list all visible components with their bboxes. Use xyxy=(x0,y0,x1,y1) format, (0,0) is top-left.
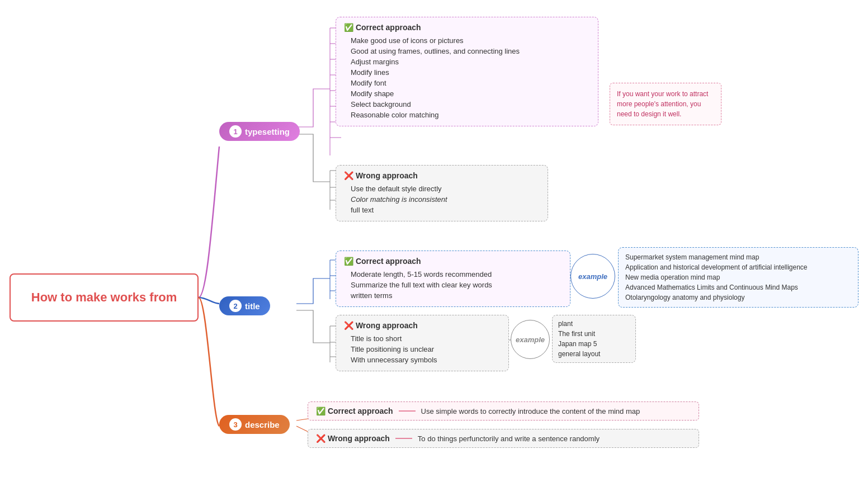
example-label: example xyxy=(578,272,607,281)
typesetting-wrong-list: Use the default style directly Color mat… xyxy=(344,183,540,215)
central-node: How to make works from xyxy=(10,273,199,322)
branch-title-badge: 2 title xyxy=(219,296,270,315)
title-wrong-list: Title is too short Title positioning is … xyxy=(344,333,501,365)
badge-label-3: describe xyxy=(245,420,280,429)
title-wrong-example-list: plant The first unit Japan map 5 general… xyxy=(558,319,630,359)
list-item: New media operation mind map xyxy=(625,272,851,282)
title-wrong-example-box: plant The first unit Japan map 5 general… xyxy=(552,315,636,363)
list-item: Moderate length, 5-15 words recommended xyxy=(351,269,562,280)
title-wrong-label: ❌ Wrong approach xyxy=(344,321,501,330)
describe-wrong-box: ❌ Wrong approach To do things perfunctor… xyxy=(308,429,699,448)
list-item: Otolaryngology anatomy and physiology xyxy=(625,292,851,303)
describe-correct-text: Use simple words to correctly introduce … xyxy=(421,407,640,415)
branch-describe-badge: 3 describe xyxy=(219,415,290,434)
list-item: With unnecessary symbols xyxy=(351,355,501,365)
title-correct-box: ✅ Correct approach Moderate length, 5-15… xyxy=(336,251,570,307)
describe-wrong-label: ❌ Wrong approach xyxy=(316,434,390,443)
list-item: Color matching is inconsistent xyxy=(351,194,540,205)
badge-num-1: 1 xyxy=(229,125,242,138)
typesetting-correct-label: ✅ Correct approach xyxy=(344,23,590,32)
list-item: general layout xyxy=(558,349,630,359)
badge-num-2: 2 xyxy=(229,300,242,312)
list-item: written terms xyxy=(351,290,562,301)
list-item: Application and historical development o… xyxy=(625,262,851,272)
typesetting-correct-list: Make good use of icons or pictures Good … xyxy=(344,35,590,120)
title-correct-example-list: Supermarket system management mind map A… xyxy=(625,252,851,303)
list-item: Modify font xyxy=(351,78,590,88)
list-item: The first unit xyxy=(558,329,630,339)
list-item: plant xyxy=(558,319,630,329)
list-item: Make good use of icons or pictures xyxy=(351,35,590,46)
list-item: Advanced Mathematics Limits and Continuo… xyxy=(625,282,851,292)
branch-typesetting-badge: 1 typesetting xyxy=(219,122,300,141)
list-item: Select background xyxy=(351,99,590,110)
list-item: Summarize the full text with clear key w… xyxy=(351,280,562,290)
example-label-wrong: example xyxy=(516,336,545,344)
typesetting-wrong-box: ❌ Wrong approach Use the default style d… xyxy=(336,165,548,221)
title-correct-list: Moderate length, 5-15 words recommended … xyxy=(344,269,562,301)
list-item: full text xyxy=(351,205,540,215)
list-item: Title positioning is unclear xyxy=(351,344,501,355)
list-item: Adjust margins xyxy=(351,56,590,67)
badge-num-3: 3 xyxy=(229,418,242,431)
typesetting-note: If you want your work to attract more pe… xyxy=(610,83,721,125)
central-node-text: How to make works from xyxy=(31,290,177,305)
title-wrong-example-oval: example xyxy=(511,320,550,359)
badge-label-1: typesetting xyxy=(245,127,290,136)
list-item: Use the default style directly xyxy=(351,183,540,194)
title-correct-example-box: Supermarket system management mind map A… xyxy=(618,247,858,308)
describe-correct-box: ✅ Correct approach Use simple words to c… xyxy=(308,401,699,421)
describe-correct-label: ✅ Correct approach xyxy=(316,407,393,415)
list-item: Title is too short xyxy=(351,333,501,344)
title-correct-example-oval: example xyxy=(570,254,615,299)
list-item: Modify lines xyxy=(351,67,590,78)
title-correct-label: ✅ Correct approach xyxy=(344,257,562,266)
list-item: Supermarket system management mind map xyxy=(625,252,851,262)
typesetting-correct-box: ✅ Correct approach Make good use of icon… xyxy=(336,17,598,126)
list-item: Good at using frames, outlines, and conn… xyxy=(351,46,590,56)
list-item: Reasonable color matching xyxy=(351,110,590,120)
list-item: Japan map 5 xyxy=(558,339,630,349)
badge-label-2: title xyxy=(245,301,260,311)
list-item: Modify shape xyxy=(351,88,590,99)
describe-wrong-text: To do things perfunctorily and write a s… xyxy=(418,434,600,443)
typesetting-wrong-label: ❌ Wrong approach xyxy=(344,171,540,180)
title-wrong-box: ❌ Wrong approach Title is too short Titl… xyxy=(336,315,509,371)
